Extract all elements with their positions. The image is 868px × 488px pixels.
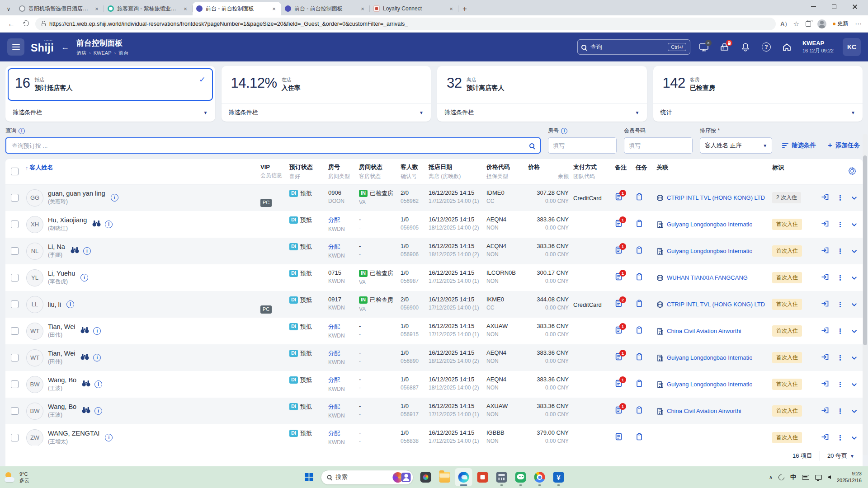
- room-number[interactable]: 0906: [328, 189, 359, 196]
- watch-binoculars-icon[interactable]: [80, 327, 89, 335]
- room-number[interactable]: 0715: [328, 269, 359, 276]
- tab-close-icon[interactable]: [93, 5, 100, 12]
- user-avatar[interactable]: KC: [843, 38, 861, 56]
- info-icon[interactable]: [19, 128, 25, 134]
- room-number-input[interactable]: [548, 137, 617, 154]
- row-checkbox[interactable]: [11, 327, 19, 335]
- tab-close-icon[interactable]: [182, 5, 189, 12]
- row-checkbox[interactable]: [11, 407, 19, 415]
- back-icon[interactable]: [6, 20, 16, 28]
- back-arrow-icon[interactable]: [61, 42, 69, 52]
- watch-binoculars-icon[interactable]: [82, 407, 90, 415]
- column-header[interactable]: 预订状态 喜好: [289, 163, 328, 180]
- company-link[interactable]: CTRIP INTL TVL (HONG KONG) LTD: [656, 301, 772, 308]
- check-in-icon[interactable]: [821, 220, 829, 229]
- volume-icon[interactable]: [828, 475, 831, 479]
- card-filter-bar[interactable]: 筛选条件栏: [437, 103, 647, 122]
- search-icon[interactable]: [529, 143, 534, 148]
- row-menu-icon[interactable]: [837, 407, 844, 415]
- row-checkbox[interactable]: [11, 380, 19, 388]
- close-button[interactable]: [844, 0, 865, 14]
- info-icon[interactable]: [80, 274, 88, 282]
- taskbar-app[interactable]: [417, 468, 434, 486]
- browser-update-button[interactable]: 更新: [833, 20, 849, 28]
- check-in-icon[interactable]: [821, 380, 829, 389]
- browser-menu-icon[interactable]: [855, 20, 862, 28]
- watch-binoculars-icon[interactable]: [71, 247, 79, 255]
- tab-search-icon[interactable]: [2, 3, 15, 15]
- column-header[interactable]: 客人姓名: [25, 164, 260, 179]
- breadcrumb-hotel[interactable]: 酒店: [76, 50, 86, 56]
- check-in-icon[interactable]: [821, 433, 829, 442]
- expand-chevron-icon[interactable]: [851, 354, 857, 362]
- stat-card-top[interactable]: 142 客房 已检查房: [656, 68, 861, 101]
- tasks-clipboard-icon[interactable]: [636, 301, 643, 309]
- browser-tab[interactable]: 前台 - 前台控制面板: [281, 2, 370, 15]
- expand-chevron-icon[interactable]: [851, 221, 857, 229]
- column-header[interactable]: 标识: [772, 164, 816, 179]
- page-scrollbar[interactable]: [863, 134, 868, 455]
- card-filter-bar[interactable]: 筛选条件栏: [5, 103, 215, 122]
- stat-card-top[interactable]: 16 抵店 预计抵店客人: [8, 68, 213, 101]
- browser-tab[interactable]: 贵阳机场智选假日酒店系统网址导: [15, 2, 104, 15]
- row-checkbox[interactable]: [11, 221, 19, 228]
- table-row[interactable]: LL liu, li PC DI 预抵 0917 KWDN IN 已检查房: [5, 291, 863, 318]
- notes-icon[interactable]: 1: [615, 273, 623, 282]
- column-header[interactable]: 价格 余额: [528, 163, 573, 180]
- table-row[interactable]: NL Li, Na (李娜) DI 预抵 分配 KWDN -: [5, 238, 863, 264]
- room-number[interactable]: 分配: [328, 243, 359, 251]
- taskbar-clock[interactable]: 9:23 2025/12/16: [837, 470, 862, 484]
- hamburger-menu-icon[interactable]: [7, 38, 24, 56]
- add-task-button[interactable]: 添加任务: [828, 141, 860, 150]
- tasks-clipboard-icon[interactable]: [636, 274, 643, 282]
- row-checkbox[interactable]: [11, 354, 19, 361]
- column-header[interactable]: VIP 会员信息: [260, 164, 289, 179]
- filter-conditions-button[interactable]: 筛选条件: [782, 141, 816, 150]
- cashier-icon[interactable]: [717, 39, 732, 55]
- table-row[interactable]: WT Tian, Wei (田伟) DI 预抵 分配 KWDN -: [5, 318, 863, 344]
- browser-profile-avatar[interactable]: [817, 19, 826, 28]
- info-icon[interactable]: [93, 354, 101, 361]
- room-number[interactable]: 分配: [328, 403, 359, 411]
- info-icon[interactable]: [66, 300, 74, 308]
- info-icon[interactable]: [105, 434, 113, 441]
- tasks-clipboard-icon[interactable]: [636, 221, 643, 229]
- table-row[interactable]: GG guan, guan yan ling (关燕玲) PC DI 预抵 09…: [5, 184, 863, 211]
- tab-close-icon[interactable]: [270, 5, 278, 12]
- table-row[interactable]: BW Wang, Bo (王波) DI 预抵 分配 KWDN -: [5, 398, 863, 424]
- expand-chevron-icon[interactable]: [851, 247, 857, 255]
- notes-icon[interactable]: 1: [615, 220, 623, 229]
- table-row[interactable]: WT Tian, Wei (田伟) DI 预抵 分配 KWDN -: [5, 344, 863, 371]
- notes-icon[interactable]: 1: [615, 380, 623, 389]
- company-link[interactable]: China Civil Aviation Airworthi: [656, 328, 772, 335]
- notes-icon[interactable]: 1: [615, 246, 623, 256]
- row-checkbox[interactable]: [11, 274, 19, 282]
- tab-close-icon[interactable]: [448, 5, 455, 12]
- taskbar-app[interactable]: [455, 468, 472, 486]
- row-menu-icon[interactable]: [837, 327, 844, 335]
- taskbar-app[interactable]: [436, 468, 453, 486]
- taskbar-app[interactable]: [493, 468, 510, 486]
- info-icon[interactable]: [561, 128, 567, 134]
- info-icon[interactable]: [83, 247, 91, 255]
- expand-chevron-icon[interactable]: [851, 434, 857, 442]
- taskbar-app[interactable]: [531, 468, 548, 486]
- tray-overflow-icon[interactable]: [769, 474, 773, 480]
- row-menu-icon[interactable]: [837, 247, 844, 255]
- company-link[interactable]: Guiyang Longdongbao Internatio: [656, 248, 772, 255]
- new-tab-button[interactable]: [458, 3, 471, 15]
- member-number-input[interactable]: [624, 137, 693, 154]
- breadcrumb-frontdesk[interactable]: 前台: [118, 50, 128, 56]
- column-header[interactable]: 价格代码 担保类型: [486, 163, 528, 180]
- check-in-icon[interactable]: [821, 407, 829, 416]
- scrollbar-thumb[interactable]: [863, 155, 867, 345]
- row-checkbox[interactable]: [11, 247, 19, 255]
- expand-chevron-icon[interactable]: [851, 194, 857, 202]
- notifications-bell-icon[interactable]: [738, 39, 753, 55]
- info-icon[interactable]: [94, 407, 102, 415]
- column-header[interactable]: 房间状态 客房状态: [359, 163, 401, 180]
- assistant-person-icon[interactable]: [401, 473, 411, 482]
- taskbar-app[interactable]: [474, 468, 491, 486]
- watch-binoculars-icon[interactable]: [92, 220, 101, 229]
- check-in-icon[interactable]: [821, 193, 829, 202]
